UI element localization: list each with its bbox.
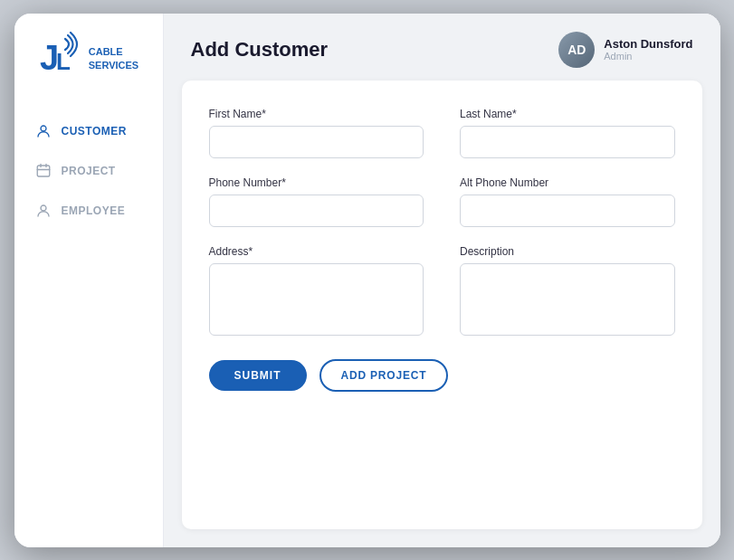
logo-area: J L CABLE SERVICES — [29, 32, 148, 86]
add-project-button[interactable]: ADD PROJECT — [319, 359, 449, 392]
sidebar: J L CABLE SERVICES — [14, 14, 164, 547]
form-group-alt-phone: Alt Phone Number — [460, 176, 675, 227]
description-input[interactable] — [460, 263, 675, 336]
main-content: Add Customer AD Aston Dunsford Admin Fir… — [164, 14, 720, 547]
sidebar-nav: CUSTOMER PROJECT — [14, 113, 163, 229]
sidebar-item-employee[interactable]: EMPLOYEE — [14, 193, 163, 229]
form-group-last-name: Last Name* — [460, 108, 675, 158]
logo-line1: CABLE — [89, 45, 138, 58]
alt-phone-input[interactable] — [460, 195, 675, 227]
svg-rect-3 — [37, 166, 50, 176]
address-input[interactable] — [209, 263, 424, 336]
user-details: Aston Dunsford Admin — [604, 37, 692, 62]
first-name-label: First Name* — [209, 108, 424, 120]
avatar: AD — [558, 32, 595, 68]
logo-text: CABLE SERVICES — [89, 45, 138, 71]
last-name-label: Last Name* — [460, 108, 675, 120]
customer-icon — [34, 122, 52, 140]
sidebar-item-customer[interactable]: CUSTOMER — [14, 113, 163, 149]
form-group-address: Address* — [209, 245, 424, 336]
app-frame: J L CABLE SERVICES — [14, 14, 720, 547]
customer-label: CUSTOMER — [62, 125, 127, 138]
phone-label: Phone Number* — [209, 176, 424, 189]
avatar-initials: AD — [567, 43, 586, 57]
user-role: Admin — [604, 51, 692, 62]
svg-point-2 — [41, 126, 46, 131]
form-group-first-name: First Name* — [209, 108, 424, 158]
form-actions: SUBMIT ADD PROJECT — [209, 359, 675, 392]
page-header: Add Customer AD Aston Dunsford Admin — [164, 14, 720, 81]
form-group-phone: Phone Number* — [209, 176, 424, 227]
sidebar-item-project[interactable]: PROJECT — [14, 153, 163, 189]
page-title: Add Customer — [191, 38, 329, 62]
user-name: Aston Dunsford — [604, 37, 692, 51]
form-card: First Name* Last Name* Phone Number* — [182, 81, 702, 529]
description-label: Description — [460, 245, 675, 258]
svg-point-4 — [41, 205, 46, 211]
add-customer-form: First Name* Last Name* Phone Number* — [209, 108, 675, 392]
first-name-input[interactable] — [209, 126, 424, 158]
employee-icon — [34, 202, 52, 220]
alt-phone-label: Alt Phone Number — [460, 176, 675, 189]
last-name-input[interactable] — [460, 126, 675, 158]
employee-label: EMPLOYEE — [62, 204, 126, 217]
submit-button[interactable]: SUBMIT — [209, 360, 307, 391]
project-label: PROJECT — [62, 165, 116, 177]
user-info: AD Aston Dunsford Admin — [558, 32, 692, 68]
form-grid: First Name* Last Name* Phone Number* — [209, 108, 675, 336]
logo-line2: SERVICES — [89, 59, 138, 71]
form-group-description: Description — [460, 245, 675, 336]
app-logo: J L — [38, 32, 83, 86]
address-label: Address* — [209, 245, 424, 258]
project-icon — [34, 162, 52, 180]
phone-input[interactable] — [209, 195, 424, 227]
